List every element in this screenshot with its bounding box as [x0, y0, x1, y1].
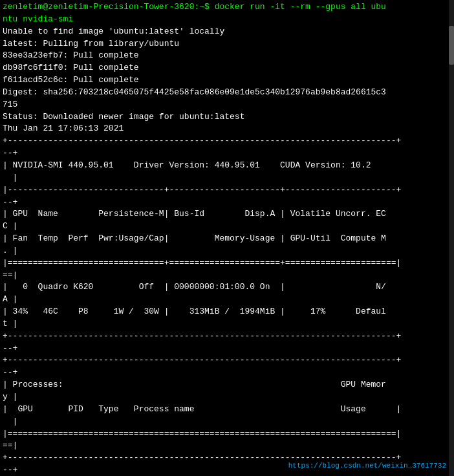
terminal-line: | Fan Temp Perf Pwr:Usage/Cap| Memory-Us… — [3, 233, 451, 245]
terminal-line: Thu Jan 21 17:06:13 2021 — [3, 123, 451, 135]
terminal-line: |===============================+=======… — [3, 257, 451, 270]
terminal-line: +---------------------------------------… — [3, 135, 451, 147]
terminal-line: | — [3, 172, 451, 184]
terminal-line: --+ — [3, 367, 451, 379]
terminal-line: . | — [3, 245, 451, 257]
terminal-line: db98fc6f11f0: Pull complete — [3, 62, 451, 74]
terminal-line: Status: Downloaded newer image for ubunt… — [3, 111, 451, 124]
terminal-line: | — [3, 416, 451, 428]
terminal-line: |-------------------------------+-------… — [3, 184, 451, 197]
terminal-line: 715 — [3, 99, 451, 111]
terminal-line: ==| — [3, 440, 451, 452]
terminal-line: y | — [3, 391, 451, 404]
terminal-line: | Processes: GPU Memor — [3, 379, 451, 391]
terminal-line: | GPU PID Type Process name Usage | — [3, 404, 451, 416]
terminal-line: --+ — [3, 343, 451, 355]
terminal-line: Unable to find image 'ubuntu:latest' loc… — [3, 26, 451, 38]
watermark: https://blog.csdn.net/weixin_37617732 — [288, 462, 446, 470]
terminal-line: t | — [3, 318, 451, 330]
terminal-content: zenletim@zenletim-Precision-Tower-3620:~… — [0, 0, 454, 476]
terminal-line: A | — [3, 294, 451, 306]
terminal-line: --+ — [3, 197, 451, 209]
terminal-line: +---------------------------------------… — [3, 354, 451, 367]
terminal-line: Digest: sha256:703218c0465075f4425e58fac… — [3, 87, 451, 99]
terminal-line: ==| — [3, 270, 451, 282]
terminal-line: C | — [3, 221, 451, 233]
terminal-line: latest: Pulling from library/ubuntu — [3, 38, 451, 50]
terminal-line: | NVIDIA-SMI 440.95.01 Driver Version: 4… — [3, 160, 451, 172]
terminal-line: | 34% 46C P8 1W / 30W | 313MiB / 1994MiB… — [3, 306, 451, 318]
terminal-window: zenletim@zenletim-Precision-Tower-3620:~… — [0, 0, 454, 476]
scrollbar-thumb[interactable] — [449, 26, 454, 65]
scrollbar[interactable] — [449, 0, 454, 476]
terminal-line: f611acd52c6c: Pull complete — [3, 74, 451, 87]
terminal-line: |=======================================… — [3, 428, 451, 440]
terminal-line: | 0 Quadro K620 Off | 00000000:01:00.0 O… — [3, 281, 451, 294]
terminal-line: --+ — [3, 147, 451, 160]
terminal-line: 83ee3a23efb7: Pull complete — [3, 50, 451, 62]
terminal-line: zenletim@zenletim-Precision-Tower-3620:~… — [3, 1, 451, 14]
terminal-line: | GPU Name Persistence-M| Bus-Id Disp.A … — [3, 208, 451, 221]
terminal-line: +---------------------------------------… — [3, 330, 451, 343]
terminal-line: ntu nvidia-smi — [3, 14, 451, 26]
